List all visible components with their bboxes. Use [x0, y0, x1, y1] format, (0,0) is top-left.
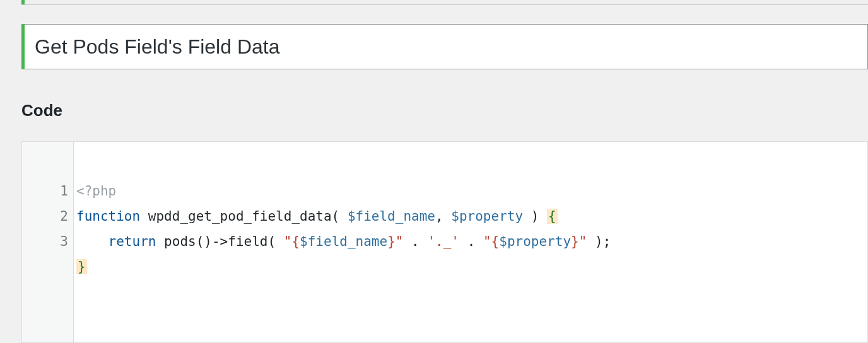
string: "{: [284, 234, 300, 249]
string: "{: [483, 234, 499, 249]
snippet-title: Get Pods Field's Field Data: [35, 35, 280, 59]
meta-box-top-stripe: [21, 0, 868, 5]
brace-open: {: [547, 209, 558, 224]
code-textarea[interactable]: <?phpfunction wpdd_get_pod_field_data( $…: [74, 142, 867, 342]
brace-close: }: [76, 259, 87, 274]
php-open-tag: <?php: [76, 183, 116, 199]
title-input-container[interactable]: Get Pods Field's Field Data: [21, 24, 868, 69]
comma: ,: [435, 209, 443, 224]
code-editor[interactable]: 1 2 3 <?phpfunction wpdd_get_pod_field_d…: [21, 141, 868, 343]
string: }": [387, 234, 403, 249]
variable: $property: [499, 234, 571, 249]
code-section-label: Code: [21, 101, 62, 120]
string: }": [571, 234, 587, 249]
variable: $property: [451, 209, 523, 224]
keyword-function: function: [76, 209, 140, 224]
keyword-return: return: [108, 234, 156, 249]
stmt-end: );: [595, 234, 611, 249]
concat-op: .: [411, 234, 419, 249]
indent: [76, 234, 108, 249]
line-number: 3: [22, 229, 68, 254]
arrow-op: ->: [212, 234, 228, 249]
func-call: pods: [164, 234, 196, 249]
function-name: wpdd_get_pod_field_data: [148, 209, 332, 224]
variable: $field_name: [348, 209, 435, 224]
line-number: 1: [22, 178, 68, 204]
concat-op: .: [467, 234, 476, 249]
string: '._': [427, 234, 459, 249]
line-number: 2: [22, 204, 68, 229]
func-call: field: [228, 234, 267, 249]
line-number-gutter: 1 2 3: [22, 142, 74, 342]
variable: $field_name: [300, 234, 387, 249]
